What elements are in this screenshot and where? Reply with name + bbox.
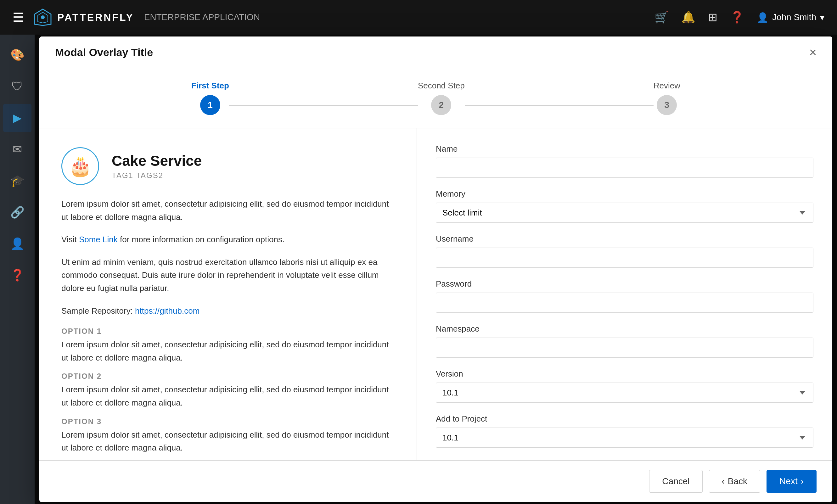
sidebar-item-security[interactable]: 🛡	[3, 72, 32, 101]
add-to-project-field-group: Add to Project 10.1 10.0	[436, 414, 814, 448]
step-2-circle: 2	[431, 95, 451, 115]
sidebar: 🎨 🛡 ▶ ✉ 🎓 🔗 👤 ❓	[0, 35, 35, 504]
service-icon: 🎂	[61, 147, 99, 185]
namespace-label: Namespace	[436, 324, 814, 334]
modal-title: Modal Overlay Title	[55, 46, 153, 58]
left-panel: 🎂 Cake Service TAG1 TAGS2 Lorem ipsum do…	[39, 128, 417, 460]
brand: PATTERNFLY ENTERPRISE APPLICATION	[33, 8, 260, 27]
step-3-circle: 3	[657, 95, 677, 115]
step-1[interactable]: First Step 1	[191, 81, 229, 115]
modal-header: Modal Overlay Title ×	[39, 36, 832, 68]
sidebar-item-help[interactable]: ❓	[3, 261, 32, 289]
step-line-1	[229, 105, 418, 106]
some-link[interactable]: Some Link	[79, 235, 118, 244]
nav-icons: 🛒 🔔 ⊞ ❓ 👤 John Smith ▾	[655, 11, 824, 24]
next-button[interactable]: Next ›	[767, 470, 817, 493]
description-1: Lorem ipsum dolor sit amet, consectetur …	[61, 198, 395, 224]
username-input[interactable]	[436, 248, 814, 268]
repo-link[interactable]: https://github.com	[135, 306, 199, 316]
namespace-input[interactable]	[436, 338, 814, 358]
modal-footer: Cancel ‹ Back Next ›	[39, 460, 832, 502]
service-tags: TAG1 TAGS2	[112, 171, 202, 180]
sidebar-item-learn[interactable]: 🎓	[3, 167, 32, 195]
bell-icon[interactable]: 🔔	[681, 11, 695, 24]
brand-name: PATTERNFLY	[57, 12, 134, 23]
visit-text: Visit Some Link for more information on …	[61, 233, 395, 246]
username-label: Username	[436, 234, 814, 244]
user-name: John Smith	[772, 12, 816, 22]
sidebar-item-messages[interactable]: ✉	[3, 135, 32, 164]
cart-icon[interactable]: 🛒	[655, 11, 669, 24]
shield-icon: 🛡	[12, 80, 23, 93]
chevron-right-icon: ›	[801, 476, 804, 486]
back-button[interactable]: ‹ Back	[709, 470, 761, 493]
grid-icon[interactable]: ⊞	[708, 11, 717, 24]
option-1-text: Lorem ipsum dolor sit amet, consectetur …	[61, 338, 395, 364]
option-1: OPTION 1 Lorem ipsum dolor sit amet, con…	[61, 327, 395, 364]
option-3-header: OPTION 3	[61, 417, 395, 426]
user-menu[interactable]: 👤 John Smith ▾	[757, 12, 824, 23]
username-field-group: Username	[436, 234, 814, 268]
close-button[interactable]: ×	[809, 46, 817, 58]
step-group: First Step 1 Second Step 2 Review 3	[191, 81, 680, 115]
option-1-header: OPTION 1	[61, 327, 395, 336]
step-2-label: Second Step	[418, 81, 465, 91]
option-2: OPTION 2 Lorem ipsum dolor sit amet, con…	[61, 372, 395, 409]
service-name: Cake Service	[112, 152, 202, 169]
memory-select[interactable]: Select limit 256 MB 512 MB 1 GB 2 GB	[436, 203, 814, 223]
top-navigation: ☰ PATTERNFLY ENTERPRISE APPLICATION 🛒 🔔 …	[0, 0, 837, 35]
service-info: Cake Service TAG1 TAGS2	[112, 152, 202, 180]
hamburger-menu[interactable]: ☰	[13, 10, 24, 24]
question-icon: ❓	[11, 269, 24, 282]
step-2[interactable]: Second Step 2	[418, 81, 465, 115]
version-select[interactable]: 10.1 10.0 9.5	[436, 382, 814, 403]
memory-label: Memory	[436, 189, 814, 199]
step-1-circle: 1	[200, 95, 220, 115]
sidebar-item-integrations[interactable]: 🔗	[3, 198, 32, 227]
option-2-header: OPTION 2	[61, 372, 395, 381]
cancel-button[interactable]: Cancel	[649, 470, 702, 493]
step-3[interactable]: Review 3	[654, 81, 680, 115]
name-label: Name	[436, 144, 814, 154]
password-field-group: Password	[436, 279, 814, 313]
gamepad-icon: 🔗	[11, 206, 24, 219]
name-field-group: Name	[436, 144, 814, 178]
add-to-project-label: Add to Project	[436, 414, 814, 424]
user-avatar-icon: 👤	[11, 237, 24, 250]
modal-body: 🎂 Cake Service TAG1 TAGS2 Lorem ipsum do…	[39, 128, 832, 460]
appearance-icon: 🎨	[11, 49, 24, 62]
brand-logo-icon	[33, 8, 52, 27]
user-icon: 👤	[757, 12, 768, 23]
help-icon[interactable]: ❓	[730, 11, 744, 24]
mail-icon: ✉	[13, 143, 22, 156]
sidebar-item-appearance[interactable]: 🎨	[3, 41, 32, 69]
modal-dialog: Modal Overlay Title × First Step 1 Secon…	[39, 36, 832, 502]
namespace-field-group: Namespace	[436, 324, 814, 358]
graduation-icon: 🎓	[11, 174, 24, 187]
version-field-group: Version 10.1 10.0 9.5	[436, 369, 814, 403]
description-2: Ut enim ad minim veniam, quis nostrud ex…	[61, 256, 395, 295]
step-1-label: First Step	[191, 81, 229, 91]
deploy-icon: ▶	[13, 111, 22, 125]
sidebar-item-users[interactable]: 👤	[3, 230, 32, 258]
step-3-label: Review	[654, 81, 680, 91]
password-input[interactable]	[436, 292, 814, 313]
repo-text: Sample Repository: https://github.com	[61, 305, 395, 318]
option-2-text: Lorem ipsum dolor sit amet, consectetur …	[61, 383, 395, 409]
service-header: 🎂 Cake Service TAG1 TAGS2	[61, 147, 395, 185]
add-to-project-select[interactable]: 10.1 10.0	[436, 428, 814, 448]
password-label: Password	[436, 279, 814, 289]
memory-field-group: Memory Select limit 256 MB 512 MB 1 GB 2…	[436, 189, 814, 223]
wizard-steps: First Step 1 Second Step 2 Review 3	[39, 68, 832, 128]
step-line-2	[465, 105, 654, 106]
chevron-left-icon: ‹	[722, 476, 725, 486]
chevron-down-icon: ▾	[820, 12, 824, 23]
svg-point-2	[41, 15, 45, 19]
name-input[interactable]	[436, 158, 814, 178]
option-3-text: Lorem ipsum dolor sit amet, consectetur …	[61, 429, 395, 455]
brand-app-name: ENTERPRISE APPLICATION	[144, 12, 260, 22]
modal-backdrop: Modal Overlay Title × First Step 1 Secon…	[35, 35, 837, 504]
right-panel: Name Memory Select limit 256 MB 512 MB 1…	[417, 128, 832, 460]
version-label: Version	[436, 369, 814, 379]
sidebar-item-deploy[interactable]: ▶	[3, 104, 32, 132]
